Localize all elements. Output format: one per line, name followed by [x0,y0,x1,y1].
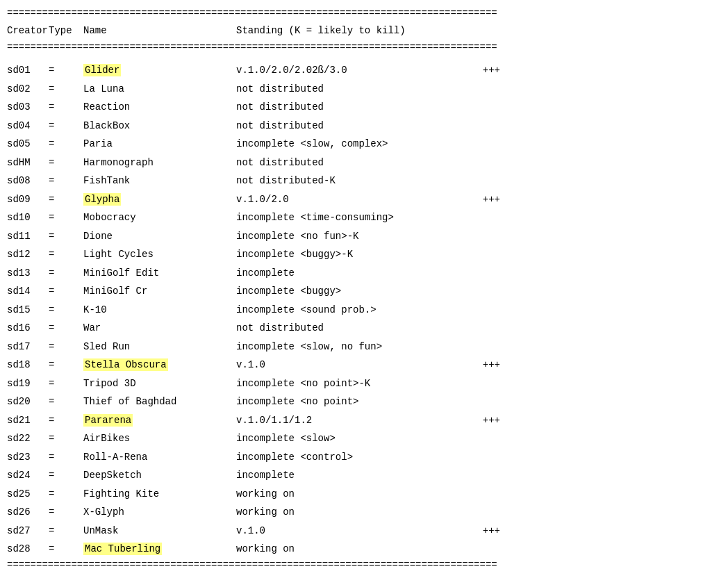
cell-standing: incomplete <buggy> [236,283,458,300]
cell-creator: sd20 [7,393,49,411]
cell-name: Reaction [83,99,236,116]
table-row: sdHM= Harmonographnot distributed [7,154,721,172]
highlighted-name: Stella Obscura [83,358,168,371]
cell-type: = [49,375,83,393]
cell-creator: sd05 [7,135,49,153]
table-row: sd28= Mac Tuberlingworking on [7,540,721,559]
table-row: sd27= UnMaskv.1.0+++ [7,522,721,540]
cell-name: Glypha [83,191,236,208]
cell-name: War [83,320,236,337]
cell-creator: sd24 [7,467,49,484]
cell-type: = [49,209,83,226]
cell-creator: sd28 [7,540,49,558]
cell-type: = [49,320,83,337]
cell-standing: v.1.0/1.1/1.2 [236,412,458,429]
cell-standing: not distributed [236,117,458,135]
table-row: sd13= MiniGolf Editincomplete [7,264,721,283]
header-creator: Creator [7,22,49,40]
cell-name: La Luna [83,81,236,98]
table-row: sd05= Pariaincomplete <slow, complex> [7,135,721,154]
cell-standing: incomplete <no point>-K [236,375,458,393]
cell-type: = [49,302,83,319]
cell-name: Tripod 3D [83,375,236,393]
cell-type: = [49,338,83,356]
cell-creator: sd03 [7,99,49,116]
cell-standing: incomplete <time-consuming> [236,209,458,226]
table-row: sd24= DeepSketchincomplete [7,466,721,485]
header-type: Type [49,22,83,40]
cell-name: K-10 [83,302,236,319]
cell-type: = [49,522,83,540]
cell-name: AirBikes [83,430,236,447]
header-name: Name [83,22,236,40]
cell-creator: sd14 [7,283,49,300]
cell-type: = [49,172,83,190]
table-row: sd09= Glyphav.1.0/2.0+++ [7,190,721,209]
cell-standing: incomplete [236,265,458,282]
cell-creator: sd26 [7,504,49,521]
cell-type: = [49,356,83,374]
cell-creator: sd12 [7,246,49,263]
cell-standing: incomplete [236,467,458,484]
table-row: sd20= Thief of Baghdadincomplete <no poi… [7,393,721,411]
cell-name: Harmonograph [83,154,236,172]
cell-name: FishTank [83,172,236,190]
cell-name: Paria [83,135,236,153]
cell-name: UnMask [83,522,236,540]
table-header: Creator Type Name Standing (K = likely t… [7,21,721,41]
highlighted-name: Glider [83,64,121,76]
cell-creator: sd15 [7,302,49,319]
cell-rating: +++ [458,522,500,540]
cell-standing: v.1.0 [236,356,458,374]
cell-type: = [49,540,83,558]
cell-standing: incomplete <buggy>-K [236,246,458,263]
cell-rating: +++ [458,191,500,208]
cell-name: X-Glyph [83,504,236,521]
table-row: sd12= Light Cyclesincomplete <buggy>-K [7,245,721,264]
cell-name: Glider [83,62,236,79]
cell-standing: not distributed [236,99,458,116]
cell-type: = [49,283,83,300]
cell-type: = [49,154,83,172]
table-row: sd03= Reactionnot distributed [7,98,721,117]
cell-type: = [49,117,83,135]
table-row: sd17= Sled Runincomplete <slow, no fun> [7,338,721,356]
table-row: sd11= Dioneincomplete <no fun>-K [7,227,721,246]
cell-creator: sd04 [7,117,49,135]
cell-standing: v.1.0 [236,522,458,540]
cell-name: DeepSketch [83,467,236,484]
cell-type: = [49,62,83,79]
cell-standing: not distributed [236,154,458,172]
cell-type: = [49,228,83,245]
table-row: sd22= AirBikesincomplete <slow> [7,429,721,448]
cell-creator: sd19 [7,375,49,393]
cell-type: = [49,265,83,282]
table-row: sd08= FishTanknot distributed-K [7,172,721,190]
cell-type: = [49,135,83,153]
cell-type: = [49,467,83,484]
cell-type: = [49,486,83,503]
cell-rating: +++ [458,356,500,374]
table-row: sd19= Tripod 3Dincomplete <no point>-K [7,374,721,393]
table-row: sd16= Warnot distributed [7,319,721,338]
cell-type: = [49,191,83,208]
cell-standing: v.1.0/2.0 [236,191,458,208]
cell-creator: sd22 [7,430,49,447]
cell-standing: incomplete <slow> [236,430,458,447]
cell-name: Roll-A-Rena [83,449,236,466]
table-row: sd10= Mobocracyincomplete <time-consumin… [7,208,721,227]
table-row: sd14= MiniGolf Crincomplete <buggy> [7,282,721,301]
divider-header: ========================================… [7,41,721,55]
main-table: ========================================… [7,7,721,572]
cell-standing: incomplete <slow, complex> [236,135,458,153]
cell-creator: sd17 [7,338,49,356]
cell-name: Sled Run [83,338,236,356]
cell-standing: working on [236,504,458,521]
cell-type: = [49,449,83,466]
cell-standing: not distributed [236,81,458,98]
cell-name: Light Cycles [83,246,236,263]
cell-type: = [49,81,83,98]
header-standing: Standing (K = likely to kill) [236,22,458,40]
cell-creator: sd16 [7,320,49,337]
cell-name: MiniGolf Cr [83,283,236,300]
